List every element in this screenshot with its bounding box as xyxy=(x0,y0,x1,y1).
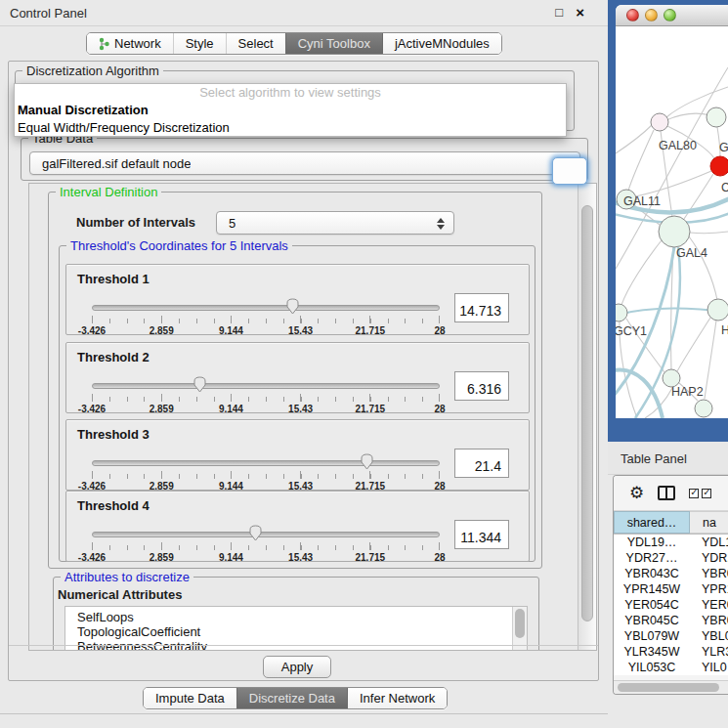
mac-minimize-button[interactable] xyxy=(645,9,658,21)
column-header-shared-name[interactable]: shared… xyxy=(614,511,690,534)
slider-ticks xyxy=(92,471,440,479)
tab-style[interactable]: Style xyxy=(173,33,226,54)
table-row[interactable]: YDR27… YDR2 xyxy=(614,550,728,566)
threshold-2-value-field[interactable] xyxy=(454,371,509,401)
gear-icon[interactable]: ⚙ xyxy=(629,485,644,501)
number-of-intervals-combobox[interactable]: 5 xyxy=(216,211,454,235)
node-selected-red[interactable] xyxy=(710,156,728,176)
float-window-icon[interactable]: □ xyxy=(555,5,563,20)
tab-discretize-data[interactable]: Discretize Data xyxy=(236,688,347,708)
cell[interactable]: YBR045C xyxy=(614,613,690,628)
settings-scrollbar[interactable] xyxy=(578,184,596,650)
tab-cyni-toolbox-label: Cyni Toolbox xyxy=(298,36,370,51)
mac-close-button[interactable] xyxy=(626,9,639,21)
slider-tick-labels: -3.426 2.859 9.144 15.43 21.715 28 xyxy=(92,552,440,564)
threshold-1-value-field[interactable] xyxy=(454,293,509,322)
tab-infer-network[interactable]: Infer Network xyxy=(347,688,447,708)
combo-spinner-icon xyxy=(437,217,445,231)
network-canvas[interactable]: GAL80 GA C GAL11 GAL4 GCY1 H HAP2 xyxy=(616,26,728,418)
table-row[interactable]: YER054C YER0 xyxy=(614,597,728,613)
slider-thumb[interactable] xyxy=(360,453,374,470)
table-row[interactable]: YLR345W YLR3 xyxy=(614,644,728,660)
table-row[interactable]: YDL19… YDL1 xyxy=(614,535,728,550)
list-item[interactable]: TopologicalCoefficient xyxy=(65,624,527,639)
close-icon[interactable]: × xyxy=(576,4,584,21)
tab-network-label: Network xyxy=(114,36,161,51)
table-data-combobox[interactable]: galFiltered.sif default node xyxy=(29,151,580,175)
cell[interactable]: YDL19… xyxy=(614,535,690,550)
cell[interactable]: YBL0 xyxy=(690,628,728,644)
slider-thumb[interactable] xyxy=(285,298,300,315)
cell[interactable]: YBR0 xyxy=(690,566,728,581)
slider-thumb[interactable] xyxy=(193,376,207,393)
node-gcy1[interactable] xyxy=(616,304,627,321)
table-panel-header: Table Panel xyxy=(608,442,728,475)
threshold-4-slider[interactable]: -3.426 2.859 9.144 15.43 21.715 28 xyxy=(92,525,440,560)
cell[interactable]: YIL053C xyxy=(614,660,690,675)
split-columns-icon[interactable] xyxy=(658,486,675,500)
slider-thumb[interactable] xyxy=(248,525,263,541)
tab-select[interactable]: Select xyxy=(226,33,285,54)
network-view-frame: GAL80 GA C GAL11 GAL4 GCY1 H HAP2 xyxy=(608,0,728,442)
slider-track[interactable] xyxy=(92,532,440,537)
tick-label: 15.43 xyxy=(288,325,313,336)
slider-tick-labels: -3.426 2.859 9.144 15.43 21.715 28 xyxy=(92,404,440,415)
algorithm-combobox[interactable] xyxy=(552,157,587,185)
threshold-1-slider[interactable]: -3.426 2.859 9.144 15.43 21.715 28 xyxy=(92,298,440,333)
node[interactable] xyxy=(707,107,726,127)
cell[interactable]: YLR3 xyxy=(690,644,728,660)
cell[interactable]: YBL079W xyxy=(614,628,690,644)
tab-cyni-toolbox[interactable]: Cyni Toolbox xyxy=(285,33,382,54)
interval-definition-group-title: Interval Definition xyxy=(56,185,161,199)
apply-button[interactable]: Apply xyxy=(263,656,331,678)
table-row[interactable]: YIL053C YIL0 xyxy=(614,660,728,675)
column-header-name[interactable]: na xyxy=(690,511,728,534)
checkbox-icon[interactable] xyxy=(689,489,699,498)
threshold-2-slider[interactable]: -3.426 2.859 9.144 15.43 21.715 28 xyxy=(92,376,440,411)
tab-select-label: Select xyxy=(238,36,274,51)
table-body: YDL19… YDL1 YDR27… YDR2 YBR043C YBR0 YPR… xyxy=(614,535,728,675)
table-horizontal-scrollbar[interactable] xyxy=(614,680,728,694)
slider-track[interactable] xyxy=(92,460,440,466)
tab-network[interactable]: Network xyxy=(87,33,173,54)
table-row[interactable]: YBR045C YBR0 xyxy=(614,613,728,628)
tab-jactivemnodules[interactable]: jActiveMNodules xyxy=(382,33,501,54)
cell[interactable]: YER054C xyxy=(614,597,690,613)
tick-label: 15.43 xyxy=(288,404,313,414)
cell[interactable]: YDL1 xyxy=(690,535,728,550)
slider-track[interactable] xyxy=(92,305,440,311)
cell[interactable]: YBR0 xyxy=(690,613,728,628)
cell[interactable]: YPR1 xyxy=(690,581,728,597)
slider-ticks xyxy=(92,542,440,550)
dropdown-option-manual-discretization[interactable]: Manual Discretization xyxy=(15,102,566,119)
threshold-3-value-field[interactable] xyxy=(454,449,509,478)
cell[interactable]: YIL0 xyxy=(690,660,728,675)
tab-impute-data[interactable]: Impute Data xyxy=(144,688,236,708)
threshold-3-slider[interactable]: -3.426 2.859 9.144 15.43 21.715 28 xyxy=(92,453,440,489)
node[interactable] xyxy=(695,400,712,417)
cell[interactable]: YDR27… xyxy=(614,550,690,566)
cell[interactable]: YBR043C xyxy=(614,566,690,581)
node-gal80[interactable] xyxy=(651,113,668,131)
list-item[interactable]: SelfLoops xyxy=(65,610,527,624)
slider-ticks xyxy=(92,394,440,402)
dropdown-option-equal-width-frequency[interactable]: Equal Width/Frequency Discretization xyxy=(15,119,566,137)
table-data-group: Table Data galFiltered.sif default node xyxy=(21,138,588,181)
cell[interactable]: YER0 xyxy=(690,597,728,613)
threshold-4-value-field[interactable] xyxy=(454,520,509,549)
cell[interactable]: YDR2 xyxy=(690,550,728,566)
checkbox-icon[interactable] xyxy=(702,489,711,498)
mac-zoom-button[interactable] xyxy=(664,9,676,21)
slider-track[interactable] xyxy=(92,383,440,389)
table-row[interactable]: YBR043C YBR0 xyxy=(614,566,728,581)
network-window-titlebar[interactable] xyxy=(616,5,728,26)
attributes-group-title: Attributes to discretize xyxy=(61,570,193,584)
cell[interactable]: YPR145W xyxy=(614,581,690,597)
table-row[interactable]: YBL079W YBL0 xyxy=(614,628,728,644)
cell[interactable]: YLR345W xyxy=(614,644,690,660)
cyni-toolbox-panel: Discretization Algorithm Select algorith… xyxy=(8,61,599,681)
node-gal4[interactable] xyxy=(659,216,690,247)
threshold-2-label: Threshold 2 xyxy=(77,350,150,364)
table-row[interactable]: YPR145W YPR1 xyxy=(614,581,728,597)
node-h[interactable] xyxy=(707,299,728,321)
